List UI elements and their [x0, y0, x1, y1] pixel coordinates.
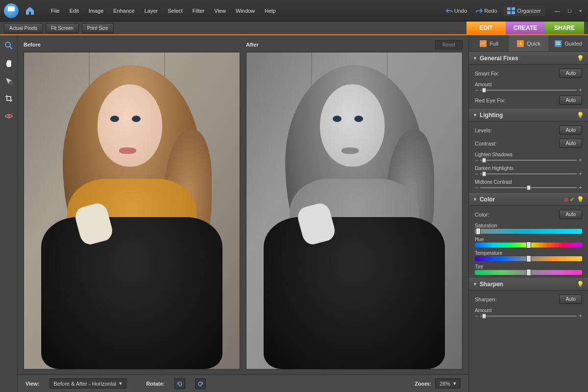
zoom-select[interactable]: 28% ▾: [435, 378, 461, 389]
after-label: After: [246, 42, 259, 48]
print-size-button[interactable]: Print Size: [82, 23, 114, 33]
bulb-icon[interactable]: 💡: [577, 281, 584, 288]
quick-select-tool[interactable]: [2, 74, 15, 87]
commit-icon[interactable]: ✔: [570, 196, 574, 203]
home-icon[interactable]: [24, 4, 36, 17]
svg-point-7: [7, 115, 10, 118]
levels-label: Levels:: [475, 127, 492, 133]
smart-fix-amount-slider[interactable]: − +: [475, 89, 582, 92]
rotate-label: Rotate:: [146, 381, 165, 387]
after-image[interactable]: [246, 52, 463, 369]
menu-enhance[interactable]: Enhance: [108, 5, 139, 17]
sharpen-auto-button[interactable]: Auto: [559, 294, 582, 304]
menu-edit[interactable]: Edit: [65, 5, 84, 17]
tint-slider[interactable]: [475, 271, 582, 274]
red-eye-auto-button[interactable]: Auto: [559, 96, 582, 105]
darken-highlights-slider[interactable]: −+: [475, 172, 582, 175]
triangle-down-icon: ▼: [473, 282, 477, 287]
chevron-down-icon: ▾: [453, 380, 456, 387]
mode-tab-full[interactable]: Full: [469, 35, 509, 51]
rotate-cw-button[interactable]: [195, 378, 206, 389]
minimize-button[interactable]: —: [553, 7, 562, 15]
menu-help[interactable]: Help: [260, 5, 281, 17]
canvas-area: Before After Reset: [18, 35, 468, 392]
before-panel: Before: [24, 40, 240, 369]
svg-rect-0: [507, 7, 511, 10]
organizer-button[interactable]: Organizer: [503, 5, 545, 16]
menu-select[interactable]: Select: [163, 5, 188, 17]
mode-tab-quick[interactable]: Quick: [509, 35, 548, 51]
red-eye-label: Red Eye Fix:: [475, 98, 506, 103]
svg-rect-2: [507, 11, 511, 14]
redo-button[interactable]: Redo: [473, 6, 500, 16]
zoom-value: 28%: [440, 381, 450, 387]
menu-image[interactable]: Image: [84, 5, 109, 17]
temperature-slider[interactable]: [475, 257, 582, 260]
triangle-down-icon: ▼: [473, 113, 477, 118]
actual-pixels-button[interactable]: Actual Pixels: [4, 23, 43, 33]
app-logo-icon: [4, 3, 19, 18]
before-image[interactable]: [24, 52, 240, 369]
crop-tool[interactable]: [2, 92, 15, 105]
cancel-icon[interactable]: ⊘: [564, 196, 568, 203]
view-label: View:: [25, 381, 40, 387]
mode-tabs: Full Quick Guided: [469, 35, 588, 52]
maximize-button[interactable]: □: [566, 7, 573, 15]
undo-button[interactable]: Undo: [443, 6, 470, 16]
tab-create[interactable]: CREATE: [506, 22, 545, 34]
triangle-down-icon: ▼: [473, 56, 477, 61]
svg-point-6: [9, 81, 12, 84]
sharpen-amount-slider[interactable]: −+: [475, 315, 582, 318]
zoom-label: Zoom:: [415, 381, 431, 387]
menu-file[interactable]: File: [46, 5, 65, 17]
svg-rect-12: [556, 42, 561, 43]
view-select[interactable]: Before & After - Horizontal ▾: [49, 378, 127, 389]
organizer-label: Organizer: [517, 8, 541, 14]
midtone-contrast-slider[interactable]: −+: [475, 186, 582, 189]
menu-layer[interactable]: Layer: [140, 5, 163, 17]
svg-point-4: [5, 42, 10, 47]
section-sharpen[interactable]: ▼ Sharpen 💡: [469, 278, 588, 291]
section-lighting[interactable]: ▼ Lighting 💡: [469, 109, 588, 122]
view-value: Before & After - Horizontal: [54, 381, 117, 387]
saturation-slider[interactable]: [475, 230, 582, 233]
color-auto-button[interactable]: Auto: [559, 210, 582, 219]
mode-tab-guided[interactable]: Guided: [548, 35, 588, 51]
section-general-fixes[interactable]: ▼ General Fixes 💡: [469, 52, 588, 65]
menu-view[interactable]: View: [209, 5, 231, 17]
menu-filter[interactable]: Filter: [188, 5, 209, 17]
smart-fix-label: Smart Fix:: [475, 71, 499, 76]
contrast-label: Contrast:: [475, 141, 497, 147]
tab-share[interactable]: SHARE: [545, 22, 584, 34]
tab-edit[interactable]: EDIT: [466, 22, 506, 34]
after-panel: After Reset: [246, 40, 463, 369]
redeye-tool[interactable]: [2, 110, 15, 122]
full-icon: [479, 40, 487, 48]
hand-tool[interactable]: [2, 57, 15, 70]
levels-auto-button[interactable]: Auto: [559, 125, 582, 135]
bulb-icon[interactable]: 💡: [577, 196, 584, 203]
quick-icon: [516, 40, 524, 48]
smart-fix-auto-button[interactable]: Auto: [559, 69, 582, 78]
organizer-icon: [507, 7, 515, 14]
contrast-auto-button[interactable]: Auto: [559, 139, 582, 148]
amount-label: Amount: [475, 82, 582, 87]
menu-window[interactable]: Window: [231, 5, 260, 17]
reset-button[interactable]: Reset: [435, 40, 463, 49]
bulb-icon[interactable]: 💡: [577, 55, 584, 62]
hue-slider[interactable]: [475, 244, 582, 246]
bottom-bar: View: Before & After - Horizontal ▾ Rota…: [18, 374, 468, 392]
bulb-icon[interactable]: 💡: [577, 112, 584, 119]
zoom-tool[interactable]: [2, 39, 15, 52]
close-button[interactable]: ×: [577, 7, 584, 15]
triangle-down-icon: ▼: [473, 197, 477, 202]
guided-icon: [554, 40, 562, 48]
svg-line-8: [11, 113, 13, 115]
lighten-shadows-slider[interactable]: −+: [475, 159, 582, 162]
fit-screen-button[interactable]: Fit Screen: [46, 23, 79, 33]
rotate-ccw-button[interactable]: [174, 378, 185, 389]
workspace-tabs: EDIT CREATE SHARE: [466, 22, 584, 34]
section-color[interactable]: ▼ Color ⊘ ✔ 💡: [469, 193, 588, 206]
svg-line-5: [10, 47, 12, 49]
main-area: Before After Reset: [0, 35, 588, 392]
